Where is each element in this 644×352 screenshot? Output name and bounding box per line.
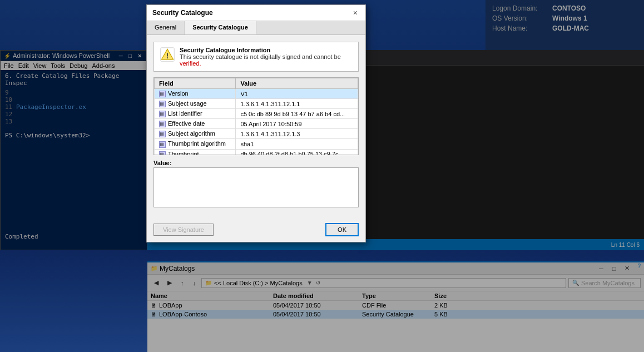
table-row[interactable]: ▤Subject usage 1.3.6.1.4.1.311.12.1.1 [155, 99, 358, 109]
table-row[interactable]: ▤Thumbprint algorithm sha1 [155, 139, 358, 149]
row-icon: ▤ [159, 131, 166, 137]
tab-security-catalogue[interactable]: Security Catalogue [185, 21, 256, 34]
view-signature-button[interactable]: View Signature [153, 224, 214, 236]
warning-icon [160, 47, 175, 62]
row-icon: ▤ [159, 91, 166, 97]
tab-general[interactable]: General [147, 21, 185, 34]
svg-rect-2 [167, 53, 168, 56]
info-box: Security Catalogue Information This secu… [153, 42, 359, 72]
properties-table: Field Value ▤Version V1 ▤Subject usage 1… [154, 78, 358, 155]
table-row[interactable]: ▤Subject algorithm 1.3.6.1.4.1.311.12.1.… [155, 129, 358, 139]
modal-titlebar: Security Catalogue × [147, 5, 365, 21]
row-icon: ▤ [159, 151, 166, 155]
modal-footer: View Signature OK [147, 220, 365, 242]
table-header-row: Field Value [155, 78, 358, 89]
col-header-value: Value [236, 78, 358, 89]
value-label: Value: [153, 160, 359, 166]
ok-button[interactable]: OK [325, 223, 359, 236]
table-row[interactable]: ▤Thumbprint db 96 40 d8 2f d8 b1 b0 75 1… [155, 149, 358, 155]
row-icon: ▤ [159, 141, 166, 148]
modal-title: Security Catalogue [152, 9, 213, 17]
col-header-field: Field [155, 78, 236, 89]
row-icon: ▤ [159, 121, 166, 127]
info-title: Security Catalogue Information [180, 47, 353, 53]
table-row[interactable]: ▤List identifier c5 0c db 89 9d b9 13 47… [155, 109, 358, 119]
table-row[interactable]: ▤Version V1 [155, 89, 358, 99]
info-desc-2: verified. [180, 60, 201, 67]
info-desc: This security catalogue is not digitally… [180, 53, 353, 67]
row-icon: ▤ [159, 111, 166, 117]
info-text-container: Security Catalogue Information This secu… [180, 47, 353, 67]
properties-table-wrapper: Field Value ▤Version V1 ▤Subject usage 1… [153, 77, 359, 155]
modal-close-button[interactable]: × [351, 8, 360, 17]
info-desc-1: This security catalogue is not digitally… [180, 53, 341, 60]
security-catalogue-modal: Security Catalogue × General Security Ca… [146, 4, 366, 242]
row-icon: ▤ [159, 101, 166, 107]
table-row[interactable]: ▤Effective date 05 April 2017 10:50:59 [155, 119, 358, 129]
value-box [153, 167, 359, 207]
modal-tabs: General Security Catalogue [147, 21, 365, 35]
modal-body: Security Catalogue Information This secu… [147, 35, 365, 220]
svg-point-3 [167, 57, 168, 58]
